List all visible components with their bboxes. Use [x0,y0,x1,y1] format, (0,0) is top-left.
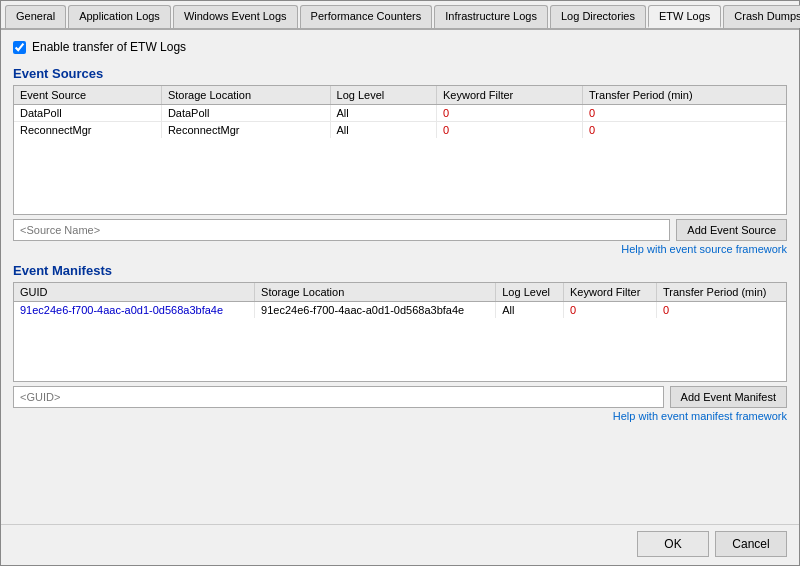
dialog-container: General Application Logs Windows Event L… [0,0,800,566]
event-manifests-header: GUID Storage Location Log Level Keyword … [14,283,786,302]
manifest-guid: 91ec24e6-f700-4aac-a0d1-0d568a3bfa4e [14,302,255,319]
event-sources-title: Event Sources [13,66,787,81]
manifest-transfer: 0 [656,302,786,319]
col-keyword-filter: Keyword Filter [564,283,657,302]
tab-etw-logs[interactable]: ETW Logs [648,5,721,28]
col-keyword-filter: Keyword Filter [436,86,582,105]
tab-crash-dumps[interactable]: Crash Dumps [723,5,800,28]
enable-transfer-label: Enable transfer of ETW Logs [32,40,186,54]
dialog-footer: OK Cancel [1,524,799,565]
table-row[interactable]: 91ec24e6-f700-4aac-a0d1-0d568a3bfa4e 91e… [14,302,786,319]
cancel-button[interactable]: Cancel [715,531,787,557]
event-manifests-section: Event Manifests GUID Storage Location Lo… [13,263,787,422]
add-event-manifest-button[interactable]: Add Event Manifest [670,386,787,408]
col-storage-location: Storage Location [161,86,330,105]
col-storage-location: Storage Location [255,283,496,302]
event-manifest-help-link[interactable]: Help with event manifest framework [13,410,787,422]
source-loglevel: All [330,105,436,122]
source-name-input[interactable] [13,219,670,241]
event-manifests-table: GUID Storage Location Log Level Keyword … [14,283,786,318]
tab-infrastructure-logs[interactable]: Infrastructure Logs [434,5,548,28]
add-manifest-row: Add Event Manifest [13,386,787,408]
table-row[interactable]: ReconnectMgr ReconnectMgr All 0 0 [14,122,786,139]
source-transfer: 0 [583,105,786,122]
ok-button[interactable]: OK [637,531,709,557]
event-manifests-table-container: GUID Storage Location Log Level Keyword … [13,282,787,382]
tab-performance-counters[interactable]: Performance Counters [300,5,433,28]
content-area: Enable transfer of ETW Logs Event Source… [1,30,799,524]
add-source-row: Add Event Source [13,219,787,241]
add-event-source-button[interactable]: Add Event Source [676,219,787,241]
col-log-level: Log Level [496,283,564,302]
source-keyword: 0 [436,122,582,139]
event-sources-header: Event Source Storage Location Log Level … [14,86,786,105]
source-keyword: 0 [436,105,582,122]
event-source-help-link[interactable]: Help with event source framework [13,243,787,255]
manifest-loglevel: All [496,302,564,319]
col-transfer-period: Transfer Period (min) [656,283,786,302]
source-name: DataPoll [14,105,161,122]
col-event-source: Event Source [14,86,161,105]
col-transfer-period: Transfer Period (min) [583,86,786,105]
manifest-keyword: 0 [564,302,657,319]
tab-application-logs[interactable]: Application Logs [68,5,171,28]
tab-log-directories[interactable]: Log Directories [550,5,646,28]
event-sources-table: Event Source Storage Location Log Level … [14,86,786,138]
source-name: ReconnectMgr [14,122,161,139]
col-guid: GUID [14,283,255,302]
source-loglevel: All [330,122,436,139]
event-sources-table-container: Event Source Storage Location Log Level … [13,85,787,215]
col-log-level: Log Level [330,86,436,105]
source-storage: ReconnectMgr [161,122,330,139]
tab-bar: General Application Logs Windows Event L… [1,1,799,30]
event-manifests-title: Event Manifests [13,263,787,278]
enable-transfer-checkbox[interactable] [13,41,26,54]
tab-windows-event-logs[interactable]: Windows Event Logs [173,5,298,28]
guid-input[interactable] [13,386,664,408]
enable-transfer-row: Enable transfer of ETW Logs [13,40,787,54]
source-transfer: 0 [583,122,786,139]
tab-general[interactable]: General [5,5,66,28]
table-row[interactable]: DataPoll DataPoll All 0 0 [14,105,786,122]
manifest-storage: 91ec24e6-f700-4aac-a0d1-0d568a3bfa4e [255,302,496,319]
source-storage: DataPoll [161,105,330,122]
event-sources-section: Event Sources Event Source Storage Locat… [13,66,787,255]
